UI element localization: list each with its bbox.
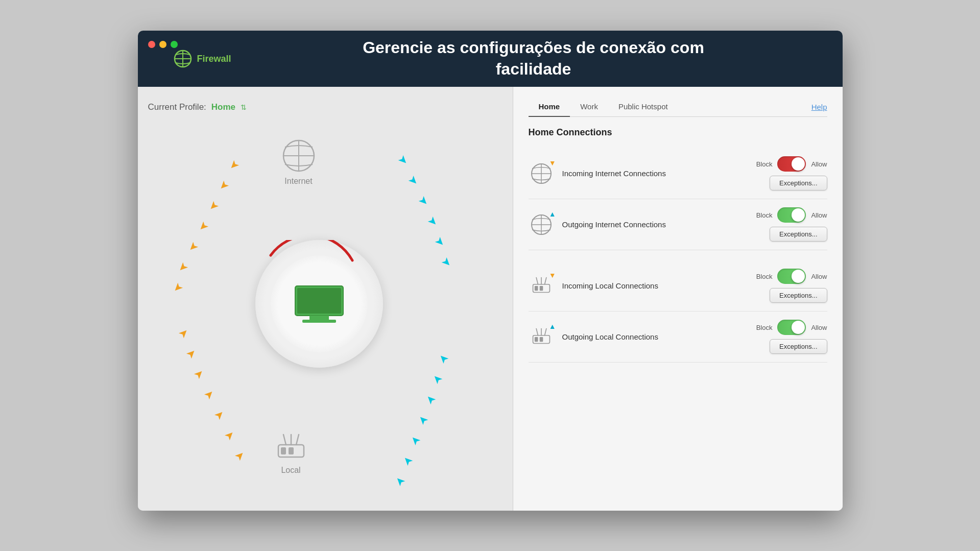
svg-line-27 [544, 277, 546, 284]
svg-line-25 [536, 277, 538, 284]
orange-arrow-2: ➤ [216, 177, 232, 193]
incoming-local-icon: ▼ [529, 273, 554, 299]
svg-rect-8 [309, 316, 329, 320]
separator [529, 250, 827, 260]
toggle-group-incoming-local: Block Allow [756, 269, 827, 284]
toggle-outgoing-internet[interactable] [777, 207, 806, 223]
allow-label-1: Allow [811, 211, 827, 219]
cyan-arrow-6: ➤ [438, 254, 454, 270]
toggle-knob-3 [792, 321, 805, 334]
toggle-group-incoming-internet: Block Allow [756, 156, 827, 172]
cyan-arrow-8: ➤ [429, 371, 445, 387]
main-window: Firewall Gerencie as configurações de co… [138, 31, 843, 511]
outgoing-internet-label: Outgoing Internet Connections [562, 220, 748, 229]
incoming-internet-row: ▼ Incoming Internet Connections Block Al… [529, 148, 827, 199]
profile-value: Home [211, 102, 235, 112]
profile-arrows[interactable]: ⇅ [241, 103, 247, 111]
computer-center [255, 240, 383, 368]
allow-label-3: Allow [811, 324, 827, 331]
outgoing-internet-icon: ▲ [529, 212, 554, 237]
cyan-arrow-3: ➤ [415, 193, 431, 208]
main-content: Current Profile: Home ⇅ Internet [138, 87, 843, 511]
orange-arrow-10: ➤ [190, 366, 206, 382]
svg-rect-30 [539, 337, 543, 342]
cyan-arrow-13: ➤ [392, 473, 408, 489]
svg-rect-29 [534, 337, 538, 342]
direction-arrow-outgoing-local: ▲ [549, 322, 556, 330]
tab-public-hotspot[interactable]: Public Hotspot [608, 97, 678, 117]
app-logo-area: Firewall [169, 31, 255, 87]
cyan-arrow-4: ➤ [424, 213, 440, 229]
outgoing-local-label: Outgoing Local Connections [562, 332, 748, 341]
allow-label-2: Allow [811, 273, 827, 280]
svg-rect-24 [539, 286, 543, 291]
toggle-outgoing-local[interactable] [777, 320, 806, 335]
profile-label: Current Profile: [148, 102, 206, 112]
toggle-incoming-local[interactable] [777, 269, 806, 284]
orange-arrow-1: ➤ [226, 157, 242, 173]
block-label-1: Block [756, 211, 773, 219]
orange-arrow-9: ➤ [183, 346, 199, 362]
close-button[interactable] [148, 41, 155, 48]
block-label-2: Block [756, 273, 773, 280]
svg-rect-23 [534, 286, 538, 291]
cyan-arrow-11: ➤ [408, 433, 423, 448]
direction-arrow-outgoing-internet: ▲ [549, 210, 556, 218]
allow-label-0: Allow [811, 160, 827, 168]
block-label-0: Block [756, 160, 773, 168]
local-node: Local [273, 432, 309, 475]
toggle-group-outgoing-internet: Block Allow [756, 207, 827, 223]
orange-arrow-12: ➤ [211, 407, 227, 423]
banner-text: Gerencie as configurações de conexão com… [363, 37, 704, 80]
internet-label: Internet [284, 177, 312, 186]
incoming-internet-controls: Block Allow Exceptions... [756, 156, 827, 190]
tabs: Home Work Public Hotspot Help [529, 97, 827, 117]
maximize-button[interactable] [171, 41, 178, 48]
minimize-button[interactable] [159, 41, 166, 48]
outgoing-internet-controls: Block Allow Exceptions... [756, 207, 827, 242]
svg-line-31 [536, 328, 538, 335]
direction-arrow-incoming-local: ▼ [549, 271, 556, 279]
router-icon [273, 432, 309, 463]
traffic-lights [148, 41, 178, 48]
local-label: Local [281, 466, 300, 475]
incoming-local-label: Incoming Local Connections [562, 281, 748, 290]
orange-arrow-5: ➤ [185, 238, 201, 254]
incoming-local-row: ▼ Incoming Local Connections Block Allow… [529, 260, 827, 312]
banner: Gerencie as configurações de conexão com… [225, 37, 843, 80]
cyan-arrow-5: ➤ [432, 233, 447, 249]
cyan-arrow-9: ➤ [423, 392, 439, 408]
exceptions-btn-outgoing-internet[interactable]: Exceptions... [770, 227, 827, 242]
help-link[interactable]: Help [811, 103, 827, 111]
orange-arrow-4: ➤ [196, 218, 211, 234]
tab-home[interactable]: Home [529, 97, 570, 117]
outgoing-local-icon: ▲ [529, 324, 554, 350]
orange-arrow-14: ➤ [231, 448, 247, 464]
section-title: Home Connections [529, 127, 827, 138]
toggle-knob-1 [792, 208, 805, 222]
cyan-arrow-2: ➤ [405, 172, 421, 188]
cyan-arrow-1: ➤ [395, 152, 411, 167]
toggle-knob-0 [792, 157, 805, 171]
exceptions-btn-incoming-local[interactable]: Exceptions... [770, 288, 827, 303]
direction-arrow-incoming-internet: ▼ [549, 159, 556, 167]
svg-rect-11 [281, 447, 286, 454]
current-profile: Current Profile: Home ⇅ [148, 102, 503, 112]
orange-arrow-7: ➤ [170, 279, 186, 295]
svg-rect-7 [297, 288, 341, 314]
computer-icon [291, 281, 347, 327]
svg-rect-12 [289, 447, 294, 454]
exceptions-btn-outgoing-local[interactable]: Exceptions... [770, 339, 827, 354]
outgoing-local-row: ▲ Outgoing Local Connections Block Allow… [529, 312, 827, 363]
outgoing-internet-row: ▲ Outgoing Internet Connections Block Al… [529, 199, 827, 250]
toggle-incoming-internet[interactable] [777, 156, 806, 172]
toggle-knob-2 [792, 270, 805, 283]
block-label-3: Block [756, 324, 773, 331]
svg-line-15 [296, 435, 299, 445]
app-title: Firewall [197, 54, 231, 64]
exceptions-btn-incoming-internet[interactable]: Exceptions... [770, 176, 827, 190]
tab-work[interactable]: Work [570, 97, 608, 117]
cyan-arrow-7: ➤ [436, 351, 451, 367]
orange-arrow-11: ➤ [201, 387, 217, 402]
app-logo-icon [174, 50, 192, 68]
